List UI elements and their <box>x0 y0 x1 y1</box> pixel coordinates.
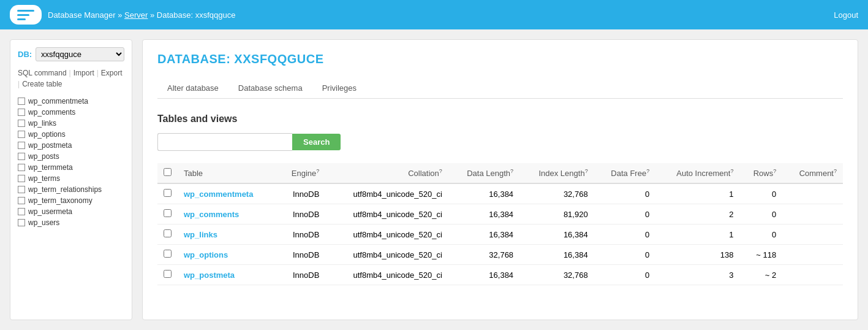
content-area: DATABASE: XXSFQQGUCE Alter databaseDatab… <box>142 39 858 320</box>
tab-privileges[interactable]: Privileges <box>312 79 366 99</box>
table-row: wp_commentmeta InnoDB utf8mb4_unicode_52… <box>157 183 843 204</box>
tables-data-table: Table Engine? Collation? Data Length? In… <box>157 163 843 285</box>
sidebar: DB: xxsfqqguce SQL command | Import | Ex… <box>10 39 132 320</box>
col-index-length: Index Length? <box>519 163 594 183</box>
row-collation: utf8mb4_unicode_520_ci <box>325 245 448 265</box>
row-data-length: 16,384 <box>448 265 519 285</box>
db-label: DB: <box>18 50 32 59</box>
table-row: wp_options InnoDB utf8mb4_unicode_520_ci… <box>157 245 843 265</box>
tabs-bar: Alter databaseDatabase schemaPrivileges <box>157 79 843 99</box>
table-icon <box>18 164 25 171</box>
search-input[interactable] <box>157 133 292 151</box>
row-checkbox[interactable] <box>164 189 172 197</box>
col-data-free: Data Free? <box>594 163 655 183</box>
row-checkbox-cell <box>157 183 178 204</box>
row-data-length: 16,384 <box>448 224 519 245</box>
row-checkbox[interactable] <box>164 209 172 217</box>
table-icon <box>18 197 25 204</box>
row-collation: utf8mb4_unicode_520_ci <box>325 265 448 285</box>
row-engine: InnoDB <box>277 183 325 204</box>
breadcrumb: Database Manager » Server » Database: xx… <box>48 10 235 20</box>
sidebar-table-item[interactable]: wp_postmeta <box>18 140 124 151</box>
col-auto-increment: Auto Increment? <box>655 163 739 183</box>
sql-command-link[interactable]: SQL command <box>18 69 67 77</box>
page-title: DATABASE: XXSFQQGUCE <box>157 52 843 66</box>
row-rows: 0 <box>739 204 782 224</box>
row-comment <box>782 245 843 265</box>
breadcrumb-post: » Database: xxsfqqguce <box>150 10 235 20</box>
table-icon <box>18 208 25 215</box>
tab-database-schema[interactable]: Database schema <box>228 79 312 99</box>
row-data-length: 32,768 <box>448 245 519 265</box>
row-checkbox[interactable] <box>164 250 172 258</box>
row-comment <box>782 224 843 245</box>
row-table-name[interactable]: wp_postmeta <box>178 265 277 285</box>
logout-button[interactable]: Logout <box>834 10 858 20</box>
row-comment <box>782 265 843 285</box>
sidebar-table-list: wp_commentmetawp_commentswp_linkswp_opti… <box>18 96 124 228</box>
sidebar-table-item[interactable]: wp_term_taxonomy <box>18 195 124 206</box>
table-icon <box>18 109 25 116</box>
row-engine: InnoDB <box>277 224 325 245</box>
search-row: Search <box>157 133 843 151</box>
import-link[interactable]: Import <box>74 69 94 77</box>
row-index-length: 81,920 <box>519 204 594 224</box>
select-all-checkbox[interactable] <box>164 168 172 176</box>
table-icon <box>18 120 25 127</box>
row-checkbox-cell <box>157 265 178 285</box>
row-table-name[interactable]: wp_commentmeta <box>178 183 277 204</box>
main-layout: DB: xxsfqqguce SQL command | Import | Ex… <box>0 29 868 330</box>
row-rows: 0 <box>739 183 782 204</box>
export-link[interactable]: Export <box>101 69 123 77</box>
db-select[interactable]: xxsfqqguce <box>36 47 124 61</box>
tab-alter-database[interactable]: Alter database <box>157 79 228 99</box>
row-engine: InnoDB <box>277 265 325 285</box>
breadcrumb-server-link[interactable]: Server <box>124 10 148 20</box>
table-icon <box>18 219 25 226</box>
row-rows: ~ 118 <box>739 245 782 265</box>
row-table-name[interactable]: wp_links <box>178 224 277 245</box>
sidebar-table-item[interactable]: wp_term_relationships <box>18 184 124 195</box>
row-table-name[interactable]: wp_comments <box>178 204 277 224</box>
row-auto-increment: 3 <box>655 265 739 285</box>
row-auto-increment: 1 <box>655 183 739 204</box>
sidebar-table-item[interactable]: wp_users <box>18 217 124 228</box>
row-data-length: 16,384 <box>448 204 519 224</box>
row-checkbox[interactable] <box>164 229 172 237</box>
sidebar-table-item[interactable]: wp_posts <box>18 151 124 162</box>
topnav: Database Manager » Server » Database: xx… <box>0 0 868 29</box>
row-checkbox-cell <box>157 245 178 265</box>
row-auto-increment: 2 <box>655 204 739 224</box>
sidebar-table-item[interactable]: wp_options <box>18 129 124 140</box>
row-auto-increment: 1 <box>655 224 739 245</box>
row-auto-increment: 138 <box>655 245 739 265</box>
row-index-length: 16,384 <box>519 245 594 265</box>
col-rows: Rows? <box>739 163 782 183</box>
sidebar-table-item[interactable]: wp_links <box>18 118 124 129</box>
sidebar-table-item[interactable]: wp_termmeta <box>18 162 124 173</box>
table-icon <box>18 175 25 182</box>
row-comment <box>782 204 843 224</box>
table-icon <box>18 142 25 149</box>
row-data-free: 0 <box>594 183 655 204</box>
table-icon <box>18 131 25 138</box>
row-checkbox-cell <box>157 204 178 224</box>
select-all-col <box>157 163 178 183</box>
row-index-length: 16,384 <box>519 224 594 245</box>
row-checkbox-cell <box>157 224 178 245</box>
row-rows: 0 <box>739 224 782 245</box>
row-table-name[interactable]: wp_options <box>178 245 277 265</box>
create-table-link[interactable]: Create table <box>22 80 62 88</box>
row-checkbox[interactable] <box>164 270 172 278</box>
search-button[interactable]: Search <box>292 134 341 150</box>
sidebar-table-item[interactable]: wp_terms <box>18 173 124 184</box>
sidebar-table-item[interactable]: wp_usermeta <box>18 206 124 217</box>
table-row: wp_comments InnoDB utf8mb4_unicode_520_c… <box>157 204 843 224</box>
sidebar-table-item[interactable]: wp_comments <box>18 107 124 118</box>
row-comment <box>782 183 843 204</box>
section-title: Tables and views <box>157 113 843 125</box>
col-comment: Comment? <box>782 163 843 183</box>
sidebar-actions: SQL command | Import | Export | Create t… <box>18 69 124 88</box>
row-collation: utf8mb4_unicode_520_ci <box>325 224 448 245</box>
sidebar-table-item[interactable]: wp_commentmeta <box>18 96 124 107</box>
